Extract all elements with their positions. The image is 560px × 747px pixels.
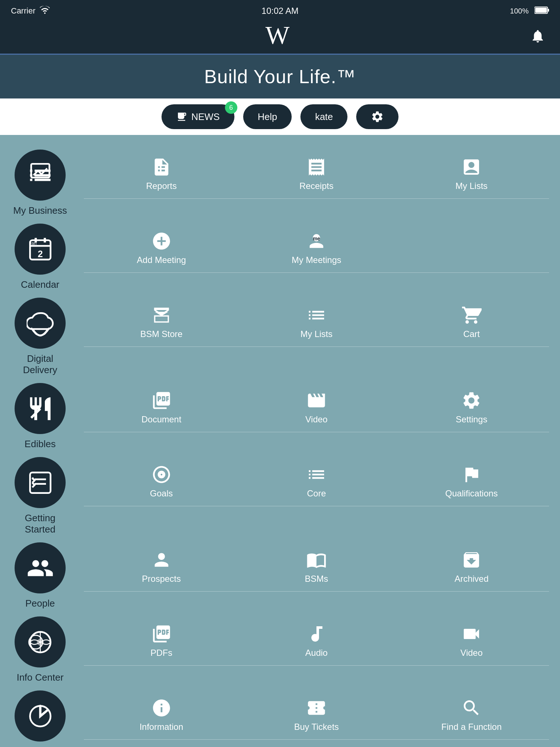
video-1-label: Video	[306, 414, 328, 425]
audio-label: Audio	[305, 648, 327, 658]
goals-label: Goals	[150, 488, 173, 499]
people-label: People	[26, 598, 55, 609]
user-button[interactable]: kate	[300, 104, 347, 129]
svg-text:W: W	[265, 25, 289, 47]
people-icon[interactable]	[15, 542, 66, 593]
nav-circle-people[interactable]: People	[11, 542, 69, 609]
nav-item-qualifications[interactable]: Qualifications	[394, 464, 549, 499]
nav-item-video-2[interactable]: Video	[394, 624, 549, 658]
my-business-label: My Business	[13, 205, 67, 216]
edibles-label: Edibles	[24, 438, 55, 450]
battery-icon	[534, 6, 549, 16]
svg-text:2: 2	[38, 249, 43, 259]
svg-line-18	[32, 483, 34, 485]
section-digital-delivery: Digital Delivery BSM Store My Lists Cart	[11, 298, 549, 383]
archived-label: Archived	[455, 574, 489, 584]
divider-5	[84, 506, 549, 506]
digital-delivery-row: BSM Store My Lists Cart	[84, 298, 549, 347]
video-2-label: Video	[460, 648, 483, 658]
edibles-icon[interactable]	[15, 383, 66, 434]
people-nav-items: Prospects BSMs Archived	[84, 542, 549, 592]
document-label: Document	[141, 414, 181, 425]
nav-item-settings[interactable]: Settings	[394, 390, 549, 425]
nav-circle-my-business[interactable]: My Business	[11, 150, 69, 216]
nav-item-my-lists-1[interactable]: My Lists	[394, 157, 549, 191]
info-center-icon[interactable]	[15, 616, 66, 667]
nav-circle-digital-delivery[interactable]: Digital Delivery	[11, 298, 69, 376]
nav-circle-getting-started[interactable]: Getting Started	[11, 457, 69, 535]
news-button[interactable]: NEWS 6	[162, 104, 234, 129]
svg-text:Jan: Jan	[29, 241, 36, 246]
nav-item-archived[interactable]: Archived	[394, 550, 549, 584]
my-meetings-label: My Meetings	[292, 255, 341, 265]
my-business-row: Reports Receipts My Lists	[84, 150, 549, 198]
nav-item-bsm-store[interactable]: BSM Store	[84, 305, 239, 339]
nav-item-prospects[interactable]: Prospects	[84, 550, 239, 584]
app-logo: W	[264, 24, 296, 52]
my-business-icon[interactable]	[15, 150, 66, 201]
pdfs-label: PDFs	[151, 648, 172, 658]
nav-item-goals[interactable]: Goals	[84, 464, 239, 499]
divider-7	[84, 665, 549, 666]
section-calendar: 2 Jan Calendar Add Meeting me My Meeting…	[11, 224, 549, 298]
nav-item-my-meetings[interactable]: me My Meetings	[239, 231, 394, 265]
getting-started-row: Goals Core Qualifications	[84, 457, 549, 506]
local-functions-icon[interactable]	[15, 690, 66, 742]
settings-button[interactable]	[356, 104, 398, 129]
svg-rect-2	[535, 8, 547, 13]
nav-item-find-function[interactable]: Find a Function	[394, 698, 549, 732]
my-lists-2-label: My Lists	[300, 329, 332, 339]
bsms-label: BSMs	[305, 574, 328, 584]
nav-item-reports[interactable]: Reports	[84, 157, 239, 191]
toolbar: NEWS 6 Help kate	[0, 98, 560, 135]
nav-item-pdfs[interactable]: PDFs	[84, 624, 239, 658]
calendar-icon[interactable]: 2 Jan	[15, 224, 66, 275]
my-business-nav-items: Reports Receipts My Lists	[84, 150, 549, 199]
digital-delivery-label: Digital Delivery	[11, 353, 69, 376]
carrier-label: Carrier	[11, 6, 35, 16]
nav-circle-info-center[interactable]: Info Center	[11, 616, 69, 683]
help-label: Help	[258, 111, 277, 123]
settings-label: Settings	[456, 414, 487, 425]
status-time: 10:02 AM	[261, 6, 298, 16]
nav-item-information[interactable]: Information	[84, 698, 239, 732]
divider-8	[84, 739, 549, 740]
nav-item-core[interactable]: Core	[239, 464, 394, 499]
nav-item-bsms[interactable]: BSMs	[239, 550, 394, 584]
nav-item-buy-tickets[interactable]: Buy Tickets	[239, 698, 394, 732]
nav-item-cart[interactable]: Cart	[394, 305, 549, 339]
nav-item-receipts[interactable]: Receipts	[239, 157, 394, 191]
info-center-nav-items: PDFs Audio Video	[84, 616, 549, 666]
nav-item-audio[interactable]: Audio	[239, 624, 394, 658]
divider-6	[84, 591, 549, 592]
section-edibles: Edibles Document Video Settings	[11, 383, 549, 457]
my-lists-1-label: My Lists	[455, 181, 487, 191]
news-label: NEWS	[191, 111, 220, 123]
nav-item-document[interactable]: Document	[84, 390, 239, 425]
help-button[interactable]: Help	[243, 104, 292, 129]
divider-1	[84, 198, 549, 199]
section-getting-started: Getting Started Goals Core Qualification…	[11, 457, 549, 542]
status-bar: Carrier 10:02 AM 100%	[0, 0, 560, 22]
calendar-nav-items: Add Meeting me My Meetings	[84, 224, 549, 273]
add-meeting-label: Add Meeting	[137, 255, 186, 265]
nav-circle-local-functions[interactable]: Local Functions	[11, 690, 69, 747]
svg-text:me: me	[313, 236, 320, 241]
section-people: People Prospects BSMs Archived	[11, 542, 549, 616]
wifi-icon	[40, 6, 50, 16]
edibles-row: Document Video Settings	[84, 383, 549, 432]
info-center-row: PDFs Audio Video	[84, 616, 549, 665]
nav-item-video-1[interactable]: Video	[239, 390, 394, 425]
nav-item-add-meeting[interactable]: Add Meeting	[84, 231, 239, 265]
divider-2	[84, 272, 549, 273]
svg-rect-1	[548, 9, 549, 12]
nav-circle-calendar[interactable]: 2 Jan Calendar	[11, 224, 69, 290]
main-content: My Business Reports Receipts My Lists	[0, 135, 560, 747]
logo-bar: W	[0, 22, 560, 55]
getting-started-icon[interactable]	[15, 457, 66, 508]
nav-circle-edibles[interactable]: Edibles	[11, 383, 69, 450]
notification-bell-icon[interactable]	[530, 28, 545, 47]
digital-delivery-icon[interactable]	[15, 298, 66, 349]
news-badge: 6	[225, 101, 237, 114]
nav-item-my-lists-2[interactable]: My Lists	[239, 305, 394, 339]
